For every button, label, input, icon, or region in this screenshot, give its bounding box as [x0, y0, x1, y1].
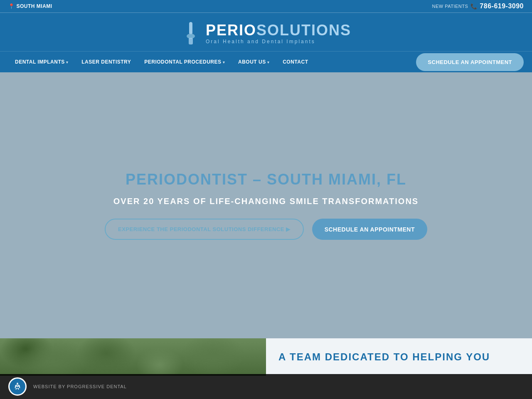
- logo-icon: [181, 20, 201, 47]
- nav-item-dental-implants[interactable]: DENTAL IMPLANTS▾: [8, 52, 75, 72]
- nav-link-contact[interactable]: CONTACT: [276, 52, 315, 72]
- schedule-appointment-button-nav[interactable]: SCHEDULE AN APPOINTMENT: [416, 53, 524, 71]
- nav-link-about-us[interactable]: ABOUT US▾: [232, 52, 276, 72]
- schedule-appointment-button-hero[interactable]: SCHEDULE AN APPOINTMENT: [312, 219, 427, 240]
- nav-link-laser-dentistry[interactable]: LASER DENTISTRY: [75, 52, 138, 72]
- location: SOUTH MIAMI: [8, 3, 52, 9]
- svg-rect-2: [189, 38, 193, 44]
- nav-item-about-us[interactable]: ABOUT US▾: [232, 52, 276, 72]
- main-nav: DENTAL IMPLANTS▾ LASER DENTISTRY PERIODO…: [0, 51, 532, 72]
- svg-rect-0: [189, 22, 192, 34]
- hero-buttons: EXPERIENCE THE PERIODONTAL SOLUTIONS DIF…: [105, 219, 427, 240]
- team-heading: A TEAM DEDICATED TO HELPING YOU: [278, 351, 490, 363]
- foliage-image: [0, 338, 266, 376]
- team-section-preview: A TEAM DEDICATED TO HELPING YOU: [266, 338, 532, 376]
- footer-bar: WEBSITE BY PROGRESSIVE DENTAL: [0, 374, 532, 376]
- nav-link-periodontal[interactable]: PERIODONTAL PROCEDURES▾: [138, 52, 232, 72]
- chevron-icon: ▾: [66, 60, 69, 64]
- location-icon: [8, 3, 15, 9]
- logo-main-text: PERIOSOLUTIONS: [206, 23, 351, 38]
- logo-text: PERIOSOLUTIONS Oral Health and Dental Im…: [206, 23, 351, 44]
- nav-item-laser-dentistry[interactable]: LASER DENTISTRY: [75, 52, 138, 72]
- chevron-icon: ▾: [223, 60, 225, 64]
- phone-info: NEW PATIENTS 786-619-3090: [432, 2, 524, 10]
- bottom-strip: A TEAM DEDICATED TO HELPING YOU: [0, 338, 532, 376]
- hero-title: PERIODONTIST – SOUTH MIAMI, FL: [126, 171, 406, 188]
- nav-items: DENTAL IMPLANTS▾ LASER DENTISTRY PERIODO…: [8, 52, 416, 72]
- new-patients-label: NEW PATIENTS: [432, 4, 468, 9]
- chevron-icon: ▾: [267, 60, 270, 64]
- phone-number: 786-619-3090: [480, 2, 524, 10]
- logo-tagline: Oral Health and Dental Implants: [206, 39, 351, 44]
- nav-item-contact[interactable]: CONTACT: [276, 52, 315, 72]
- phone-icon: [470, 3, 477, 10]
- experience-difference-button[interactable]: EXPERIENCE THE PERIODONTAL SOLUTIONS DIF…: [105, 219, 304, 240]
- hero-subtitle: OVER 20 YEARS OF LIFE-CHANGING SMILE TRA…: [113, 197, 419, 206]
- site-header: PERIOSOLUTIONS Oral Health and Dental Im…: [0, 13, 532, 51]
- nav-item-periodontal[interactable]: PERIODONTAL PROCEDURES▾: [138, 52, 232, 72]
- nav-link-dental-implants[interactable]: DENTAL IMPLANTS▾: [8, 52, 75, 72]
- foliage-bg: [0, 338, 266, 376]
- logo[interactable]: PERIOSOLUTIONS Oral Health and Dental Im…: [181, 20, 351, 47]
- top-bar: SOUTH MIAMI NEW PATIENTS 786-619-3090: [0, 0, 532, 13]
- hero-section: PERIODONTIST – SOUTH MIAMI, FL OVER 20 Y…: [0, 72, 532, 338]
